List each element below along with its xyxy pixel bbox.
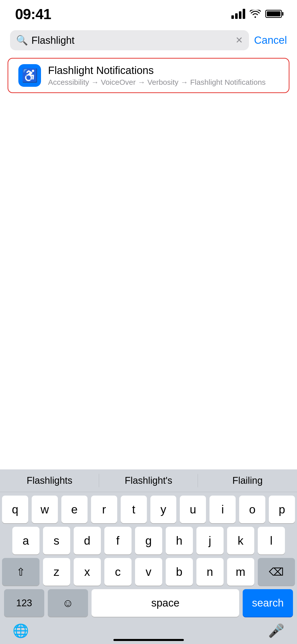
key-u[interactable]: u bbox=[180, 496, 206, 523]
key-o[interactable]: o bbox=[239, 496, 265, 523]
autocomplete-flashlights-possessive[interactable]: Flashlight's bbox=[99, 469, 198, 492]
key-f[interactable]: f bbox=[104, 527, 132, 554]
search-bar[interactable]: 🔍 Flashlight ✕ bbox=[10, 30, 249, 50]
keyboard: Flashlights Flashlight's Flailing q w e … bbox=[0, 469, 297, 644]
key-row-2: a s d f g h j k l bbox=[2, 527, 295, 554]
key-s[interactable]: s bbox=[43, 527, 70, 554]
signal-bars-icon bbox=[231, 9, 245, 19]
search-results: ♿ Flashlight Notifications Accessibility… bbox=[0, 58, 297, 93]
keyboard-rows: q w e r t y u i o p a s d f g h j k l ⇧ … bbox=[0, 492, 297, 619]
wifi-icon bbox=[250, 10, 261, 18]
key-y[interactable]: y bbox=[150, 496, 177, 523]
result-title: Flashlight Notifications bbox=[48, 64, 279, 76]
search-input[interactable]: Flashlight bbox=[31, 35, 232, 46]
autocomplete-flailing[interactable]: Flailing bbox=[198, 469, 297, 492]
key-x[interactable]: x bbox=[74, 558, 101, 586]
battery-icon bbox=[265, 10, 282, 18]
numbers-key[interactable]: 123 bbox=[4, 589, 44, 617]
cancel-button[interactable]: Cancel bbox=[254, 34, 287, 46]
key-a[interactable]: a bbox=[12, 527, 39, 554]
shift-key[interactable]: ⇧ bbox=[2, 558, 39, 586]
key-w[interactable]: w bbox=[32, 496, 58, 523]
key-b[interactable]: b bbox=[166, 558, 193, 586]
search-clear-button[interactable]: ✕ bbox=[235, 35, 243, 46]
key-q[interactable]: q bbox=[2, 496, 28, 523]
autocomplete-flashlights[interactable]: Flashlights bbox=[0, 469, 99, 492]
result-accessibility-icon: ♿ bbox=[18, 64, 41, 87]
key-k[interactable]: k bbox=[227, 527, 254, 554]
key-p[interactable]: p bbox=[269, 496, 295, 523]
emoji-key[interactable]: ☺ bbox=[48, 589, 88, 617]
key-e[interactable]: e bbox=[61, 496, 88, 523]
key-row-3: ⇧ z x c v b n m ⌫ bbox=[2, 558, 295, 586]
key-r[interactable]: r bbox=[91, 496, 117, 523]
delete-key[interactable]: ⌫ bbox=[258, 558, 295, 586]
autocomplete-bar: Flashlights Flashlight's Flailing bbox=[0, 469, 297, 492]
key-c[interactable]: c bbox=[104, 558, 132, 586]
key-m[interactable]: m bbox=[227, 558, 254, 586]
key-n[interactable]: n bbox=[196, 558, 224, 586]
status-time: 09:41 bbox=[15, 6, 51, 22]
status-icons bbox=[231, 9, 282, 19]
result-breadcrumb: Accessibility → VoiceOver → Verbosity → … bbox=[48, 78, 279, 87]
key-j[interactable]: j bbox=[196, 527, 224, 554]
key-row-1: q w e r t y u i o p bbox=[2, 496, 295, 523]
search-magnifier-icon: 🔍 bbox=[16, 35, 28, 46]
key-i[interactable]: i bbox=[209, 496, 236, 523]
key-row-bottom: 123 ☺ space search bbox=[2, 589, 295, 617]
key-z[interactable]: z bbox=[43, 558, 70, 586]
status-bar: 09:41 bbox=[0, 0, 297, 28]
key-v[interactable]: v bbox=[135, 558, 162, 586]
key-h[interactable]: h bbox=[166, 527, 193, 554]
microphone-icon[interactable]: 🎤 bbox=[268, 623, 284, 638]
space-key[interactable]: space bbox=[92, 589, 239, 617]
search-result-item[interactable]: ♿ Flashlight Notifications Accessibility… bbox=[8, 58, 289, 93]
search-key[interactable]: search bbox=[243, 589, 293, 617]
key-l[interactable]: l bbox=[258, 527, 285, 554]
globe-icon[interactable]: 🌐 bbox=[13, 623, 29, 638]
emoji-icon: ☺ bbox=[62, 597, 74, 609]
home-indicator bbox=[113, 639, 184, 641]
key-t[interactable]: t bbox=[121, 496, 147, 523]
search-bar-container: 🔍 Flashlight ✕ Cancel bbox=[0, 28, 297, 55]
key-g[interactable]: g bbox=[135, 527, 162, 554]
key-d[interactable]: d bbox=[74, 527, 101, 554]
result-text: Flashlight Notifications Accessibility →… bbox=[48, 64, 279, 87]
